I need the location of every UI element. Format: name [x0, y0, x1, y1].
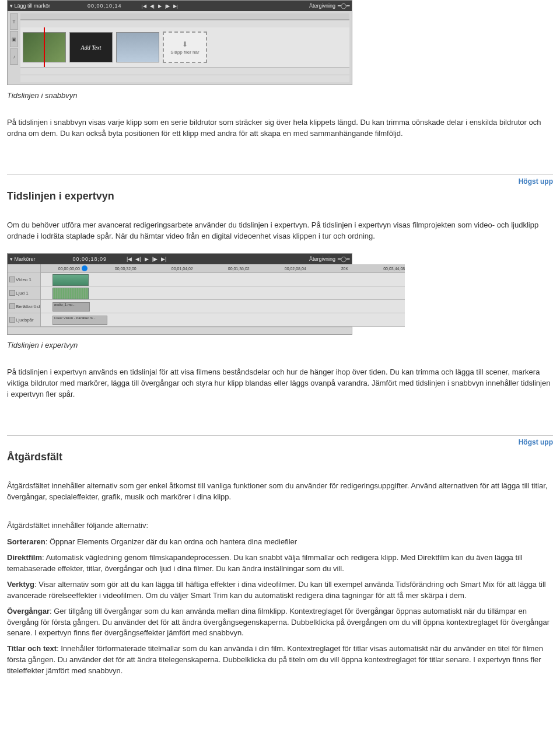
option-titlar: Titlar och text: Innehåller förformatera…: [7, 643, 553, 677]
snabbvyn-toolbar: ▾ Lägg till markör 00;00;10;14 |◀ ◀| ▶ |…: [8, 1, 352, 11]
expertvyn-timeline: ▾ Markörer 00;00;18;09 |◀ ◀| ▶ |▶ ▶| Åte…: [7, 253, 352, 335]
option-label: Övergångar: [7, 607, 50, 615]
expert-playhead[interactable]: [82, 265, 88, 271]
expert-timecode: 00;00;18;09: [73, 256, 107, 262]
soundtrack-track[interactable]: Clear Vision - Parallax.m...: [41, 313, 405, 327]
tick: 00;01;36;02: [228, 267, 250, 271]
track-header-t: T: [10, 13, 18, 30]
track-label-video1[interactable]: Video 1: [8, 273, 40, 286]
goto-end-icon[interactable]: ▶|: [161, 256, 166, 262]
para-atgardsfalt-intro: Åtgärdsfältet innehåller alternativ som …: [7, 481, 553, 503]
timecode-display: 00;00;10;14: [88, 3, 122, 9]
para-options-intro: Åtgärdsfältet innehåller följande altern…: [7, 520, 553, 531]
track-header-video: ▣: [10, 31, 18, 47]
render-label[interactable]: Återgivning: [309, 3, 335, 9]
track-label-sound[interactable]: Ljudspår: [8, 313, 40, 327]
video-track[interactable]: [41, 273, 405, 286]
time-ruler[interactable]: [20, 13, 349, 20]
track-label-audio1[interactable]: Ljud 1: [8, 286, 40, 300]
render-label[interactable]: Återgivning: [309, 256, 335, 262]
audio-clip[interactable]: [52, 288, 89, 299]
zoom-slider-icon[interactable]: ━◯━: [338, 256, 349, 262]
step-back-icon[interactable]: ◀|: [150, 4, 155, 9]
section-divider: [7, 174, 553, 175]
option-direktfilm: Direktfilm: Automatisk vägledning genom …: [7, 552, 553, 575]
goto-start-icon[interactable]: |◀: [127, 256, 132, 262]
marker-dropdown[interactable]: ▾ Lägg till markör: [10, 3, 50, 9]
option-text: : Automatisk vägledning genom filmskapan…: [7, 553, 523, 573]
option-overgangar: Övergångar: Ger tillgång till övergångar…: [7, 606, 553, 639]
option-text: : Visar alternativ som gör att du kan lä…: [7, 580, 546, 600]
goto-end-icon[interactable]: ▶|: [173, 4, 178, 9]
soundtrack-clip[interactable]: Clear Vision - Parallax.m...: [52, 316, 107, 325]
track-header-audio: ♪: [10, 48, 18, 65]
video-clip-2[interactable]: [116, 32, 159, 62]
transport-controls[interactable]: |◀ ◀| ▶ |▶ ▶|: [142, 4, 178, 9]
down-arrow-icon: ⬇: [182, 40, 188, 48]
option-sorteraren: Sorteraren: Öppnar Elements Organizer dä…: [7, 537, 553, 548]
markers-dropdown[interactable]: ▾ Markörer: [10, 256, 36, 262]
option-text: : Öppnar Elements Organizer där du kan o…: [46, 537, 297, 546]
drop-label: Släpp filer här: [170, 50, 199, 55]
track-label-narr[interactable]: Berättarröst: [8, 300, 40, 313]
horizontal-scrollbar[interactable]: [8, 327, 352, 334]
step-fwd-icon[interactable]: |▶: [165, 4, 170, 9]
para-snabbvyn-desc: På tidslinjen i snabbvyn visas varje kli…: [7, 117, 553, 139]
step-back-icon[interactable]: ◀|: [135, 256, 141, 262]
caption-expertvyn: Tidslinjen i expertvyn: [7, 341, 553, 349]
narration-track[interactable]: audio_1.mp...: [41, 300, 405, 313]
play-icon[interactable]: ▶: [145, 256, 149, 262]
option-label: Verktyg: [7, 580, 34, 589]
option-text: : Ger tillgång till övergångar som du ka…: [7, 607, 550, 638]
expert-toolbar: ▾ Markörer 00;00;18;09 |◀ ◀| ▶ |▶ ▶| Åte…: [8, 254, 352, 264]
option-text: : Innehåller förformaterade titelmallar …: [7, 644, 543, 675]
zoom-slider-icon[interactable]: ━◯━: [338, 3, 349, 9]
para-expertvyn-desc: På tidslinjen i expertvyn används en tid…: [7, 367, 553, 400]
caption-snabbvyn: Tidslinjen i snabbvyn: [7, 91, 553, 100]
audio-track[interactable]: [41, 286, 405, 300]
option-label: Sorteraren: [7, 537, 46, 546]
video-clip[interactable]: [52, 274, 89, 286]
tick: 20K: [341, 267, 348, 271]
top-link-2[interactable]: Högst upp: [7, 438, 553, 446]
heading-expertvyn: Tidslinjen i expertvyn: [7, 190, 553, 202]
tick: 00;00;00;00: [58, 267, 80, 271]
tick: 00;02;08;04: [285, 267, 306, 271]
para-expertvyn-intro: Om du behöver utföra mer avancerat redig…: [7, 220, 553, 242]
heading-atgardsfalt: Åtgärdsfält: [7, 451, 553, 463]
title-clip[interactable]: Add Text: [69, 32, 113, 62]
option-label: Titlar och text: [7, 644, 57, 653]
top-link-1[interactable]: Högst upp: [7, 177, 553, 186]
option-label: Direktfilm: [7, 553, 42, 562]
tick: 00;00;32;00: [115, 267, 136, 271]
drop-target[interactable]: ⬇ Släpp filer här: [163, 32, 207, 63]
tick: 00;01;04;02: [172, 267, 193, 271]
expert-ruler[interactable]: 00;00;00;00 00;00;32;00 00;01;04;02 00;0…: [41, 264, 405, 273]
playhead[interactable]: [44, 27, 45, 67]
play-icon[interactable]: ▶: [158, 4, 162, 9]
narration-clip[interactable]: audio_1.mp...: [52, 302, 90, 312]
expert-transport[interactable]: |◀ ◀| ▶ |▶ ▶|: [127, 256, 166, 262]
snabbvyn-timeline: ▾ Lägg till markör 00;00;10;14 |◀ ◀| ▶ |…: [7, 0, 352, 85]
goto-start-icon[interactable]: |◀: [142, 4, 146, 9]
step-fwd-icon[interactable]: |▶: [152, 256, 158, 262]
option-verktyg: Verktyg: Visar alternativ som gör att du…: [7, 579, 553, 601]
tick: 00;03;44;08: [383, 267, 405, 271]
section-divider-2: [7, 435, 553, 436]
